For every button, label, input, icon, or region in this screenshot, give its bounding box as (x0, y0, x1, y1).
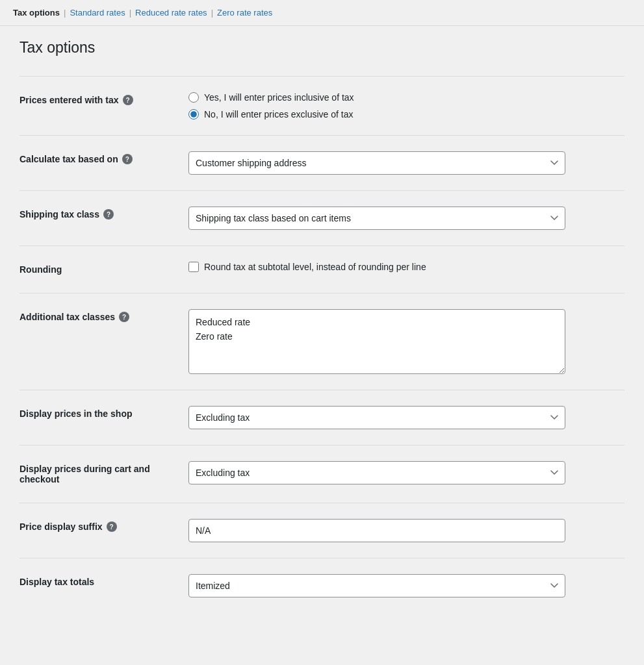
radio-option-exclusive[interactable]: No, I will enter prices exclusive of tax (188, 109, 625, 119)
select-display-prices-shop[interactable]: Excluding tax Including tax (188, 406, 565, 429)
row-display-prices-shop: Display prices in the shop Excluding tax… (19, 390, 625, 445)
radio-label-inclusive: Yes, I will enter prices inclusive of ta… (204, 92, 354, 103)
label-cell-display-prices-shop: Display prices in the shop (19, 402, 188, 425)
label-prices-entered: Prices entered with tax (19, 95, 119, 105)
radio-exclusive[interactable] (188, 109, 199, 119)
label-cell-additional-tax: Additional tax classes ? (19, 305, 188, 329)
field-cell-additional-tax: Reduced rate Zero rate (188, 305, 625, 378)
help-icon-price-suffix[interactable]: ? (107, 521, 117, 532)
checkbox-rounding[interactable] (188, 262, 199, 272)
nav-title: Tax options (13, 8, 60, 18)
label-calculate-tax: Calculate tax based on (19, 154, 118, 164)
select-display-tax-totals[interactable]: Itemized As a single total (188, 574, 565, 597)
nav-sep-3: | (211, 8, 213, 18)
textarea-additional-tax-classes[interactable]: Reduced rate Zero rate (188, 309, 565, 374)
label-cell-shipping-tax: Shipping tax class ? (19, 203, 188, 226)
label-cell-calculate-tax: Calculate tax based on ? (19, 147, 188, 171)
nav-sep-2: | (129, 8, 131, 18)
page-title: Tax options (19, 39, 625, 56)
label-cell-prices-entered: Prices entered with tax ? (19, 88, 188, 112)
label-additional-tax: Additional tax classes (19, 312, 115, 322)
label-cell-display-tax-totals: Display tax totals (19, 570, 188, 594)
radio-inclusive[interactable] (188, 92, 199, 103)
field-cell-price-suffix: N/A (188, 515, 625, 546)
field-cell-rounding: Round tax at subtotal level, instead of … (188, 258, 625, 276)
label-shipping-tax: Shipping tax class (19, 209, 99, 220)
select-shipping-tax-class[interactable]: Shipping tax class based on cart items S… (188, 207, 565, 230)
select-display-prices-cart[interactable]: Excluding tax Including tax (188, 461, 565, 484)
label-price-suffix: Price display suffix (19, 521, 103, 532)
label-cell-price-suffix: Price display suffix ? (19, 515, 188, 538)
row-shipping-tax-class: Shipping tax class ? Shipping tax class … (19, 190, 625, 245)
field-cell-display-tax-totals: Itemized As a single total (188, 570, 625, 601)
nav-link-reduced-rate-rates[interactable]: Reduced rate rates (135, 8, 207, 18)
help-icon-additional-tax[interactable]: ? (119, 312, 129, 322)
help-icon-calculate-tax[interactable]: ? (122, 154, 133, 164)
label-display-prices-cart: Display prices during cart and checkout (19, 464, 175, 484)
checkbox-label-rounding: Round tax at subtotal level, instead of … (204, 262, 426, 272)
row-display-prices-cart: Display prices during cart and checkout … (19, 445, 625, 503)
help-icon-shipping-tax[interactable]: ? (103, 209, 114, 220)
checkbox-wrapper-rounding[interactable]: Round tax at subtotal level, instead of … (188, 262, 625, 272)
help-icon-prices-entered[interactable]: ? (123, 95, 133, 105)
row-rounding: Rounding Round tax at subtotal level, in… (19, 245, 625, 293)
row-prices-entered-with-tax: Prices entered with tax ? Yes, I will en… (19, 76, 625, 135)
nav-link-standard-rates[interactable]: Standard rates (70, 8, 125, 18)
top-nav: Tax options | Standard rates | Reduced r… (0, 0, 644, 26)
radio-option-inclusive[interactable]: Yes, I will enter prices inclusive of ta… (188, 92, 625, 103)
field-cell-display-prices-cart: Excluding tax Including tax (188, 457, 625, 488)
field-cell-display-prices-shop: Excluding tax Including tax (188, 402, 625, 433)
label-display-tax-totals: Display tax totals (19, 577, 94, 587)
row-calculate-tax-based-on: Calculate tax based on ? Customer shippi… (19, 135, 625, 190)
row-price-display-suffix: Price display suffix ? N/A (19, 503, 625, 558)
radio-label-exclusive: No, I will enter prices exclusive of tax (204, 109, 354, 119)
label-display-prices-shop: Display prices in the shop (19, 408, 133, 419)
nav-sep-1: | (64, 8, 66, 18)
field-cell-shipping-tax: Shipping tax class based on cart items S… (188, 203, 625, 234)
row-display-tax-totals: Display tax totals Itemized As a single … (19, 558, 625, 613)
label-cell-display-prices-cart: Display prices during cart and checkout (19, 457, 188, 491)
nav-link-zero-rate-rates[interactable]: Zero rate rates (217, 8, 272, 18)
row-additional-tax-classes: Additional tax classes ? Reduced rate Ze… (19, 293, 625, 390)
field-cell-prices-entered: Yes, I will enter prices inclusive of ta… (188, 88, 625, 123)
input-price-display-suffix[interactable]: N/A (188, 519, 565, 542)
page-wrapper: Tax options | Standard rates | Reduced r… (0, 0, 644, 665)
field-cell-calculate-tax: Customer shipping address Customer billi… (188, 147, 625, 179)
select-calculate-tax-based-on[interactable]: Customer shipping address Customer billi… (188, 151, 565, 175)
label-rounding: Rounding (19, 264, 62, 275)
main-content: Tax options Prices entered with tax ? Ye… (0, 26, 644, 639)
label-cell-rounding: Rounding (19, 258, 188, 281)
